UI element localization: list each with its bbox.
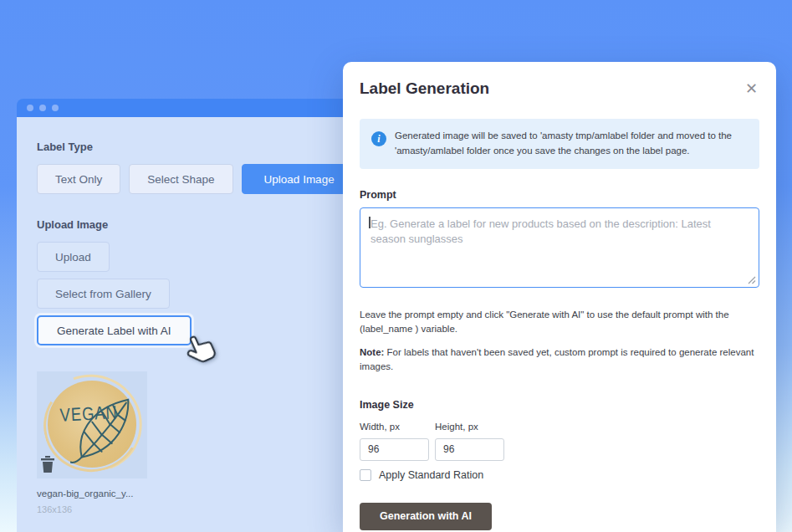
select-from-gallery-button[interactable]: Select from Gallery — [37, 279, 170, 309]
apply-standard-ration-row[interactable]: Apply Standard Ration — [360, 469, 759, 481]
window-dot-icon — [39, 105, 46, 111]
label-thumbnail[interactable]: VEGAN — [37, 371, 147, 478]
prompt-textarea[interactable] — [360, 207, 759, 288]
resize-handle[interactable] — [748, 276, 756, 284]
label-type-upload-image-button[interactable]: Upload Image — [242, 164, 357, 194]
width-field: Width, px — [360, 422, 429, 461]
page-background: Label Type Text Only Select Shape Upload… — [0, 0, 792, 532]
info-banner-text: Generated image will be saved to 'amasty… — [395, 129, 748, 159]
note-label: Note: — [360, 347, 384, 357]
image-size-heading: Image Size — [360, 399, 759, 411]
height-label: Height, px — [435, 422, 504, 432]
text-caret — [369, 217, 370, 228]
info-banner: i Generated image will be saved to 'amas… — [360, 119, 759, 169]
prompt-textarea-wrap — [360, 207, 759, 288]
prompt-label: Prompt — [360, 189, 759, 201]
window-dot-icon — [27, 105, 33, 111]
height-input[interactable] — [435, 438, 504, 461]
generate-label-wrap: Generate Label with AI — [37, 315, 192, 345]
apply-standard-ration-label: Apply Standard Ration — [379, 469, 483, 481]
note-body: For labels that haven't been saved yet, … — [360, 347, 754, 371]
label-type-select-shape-button[interactable]: Select Shape — [129, 164, 232, 194]
modal-title: Label Generation — [360, 79, 489, 98]
height-field: Height, px — [435, 422, 504, 461]
generate-label-with-ai-button[interactable]: Generate Label with AI — [37, 315, 192, 345]
modal-header: Label Generation ✕ — [360, 62, 759, 98]
prompt-note-text: Note: For labels that haven't been saved… — [360, 345, 759, 375]
width-label: Width, px — [360, 422, 429, 432]
label-type-text-only-button[interactable]: Text Only — [37, 164, 120, 194]
prompt-help-text: Leave the prompt empty and click "Genera… — [360, 308, 759, 337]
generation-with-ai-button[interactable]: Generation with AI — [360, 503, 492, 530]
info-icon: i — [371, 131, 386, 146]
close-icon[interactable]: ✕ — [743, 79, 759, 98]
image-size-fields: Width, px Height, px — [360, 422, 759, 461]
leaf-icon — [69, 391, 137, 473]
label-generation-modal: Label Generation ✕ i Generated image wil… — [343, 62, 776, 532]
width-input[interactable] — [360, 438, 429, 461]
window-dot-icon — [52, 105, 59, 111]
apply-standard-ration-checkbox[interactable] — [360, 469, 371, 481]
vegan-badge: VEGAN — [48, 381, 136, 468]
upload-button[interactable]: Upload — [37, 242, 110, 272]
delete-image-icon[interactable] — [40, 455, 55, 473]
